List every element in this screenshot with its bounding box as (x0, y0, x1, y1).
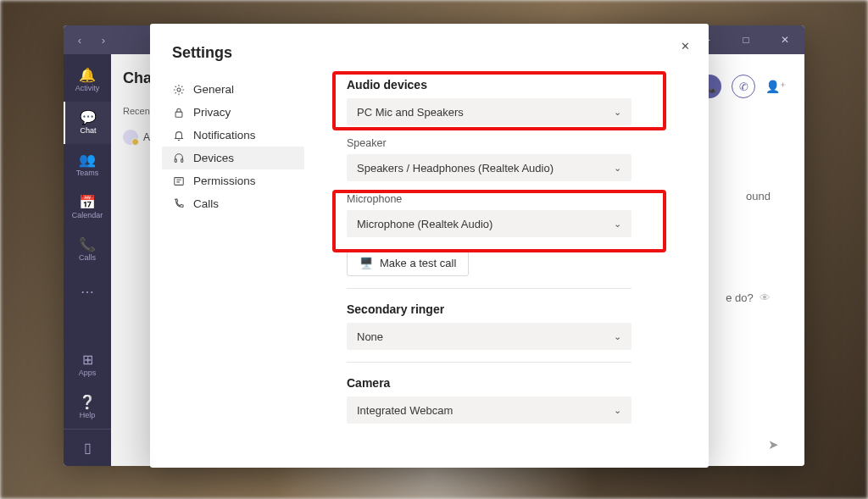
headset-icon (172, 152, 185, 164)
window-close-button[interactable]: ✕ (765, 25, 804, 54)
rail-label: Apps (79, 369, 97, 377)
chevron-down-icon: ⌄ (614, 163, 621, 174)
lock-icon (172, 106, 185, 119)
chevron-down-icon: ⌄ (614, 331, 621, 342)
send-icon[interactable]: ➤ (768, 437, 779, 452)
test-call-icon: 🖥️ (359, 257, 373, 269)
window-maximize-button[interactable]: □ (726, 25, 765, 54)
secondary-ringer-label: Secondary ringer (347, 302, 676, 316)
nav-label: Privacy (193, 106, 231, 119)
rail-teams[interactable]: 👥 Teams (64, 144, 111, 186)
svg-rect-4 (174, 177, 183, 185)
nav-label: Notifications (193, 129, 256, 141)
secondary-ringer-select[interactable]: None ⌄ (347, 323, 632, 350)
chat-list-item-label: A (143, 131, 150, 143)
rail-label: Calls (79, 253, 96, 262)
microphone-select[interactable]: Microphone (Realtek Audio) ⌄ (347, 210, 632, 237)
participants-icon[interactable]: 👤⁺ (765, 80, 786, 93)
nav-label: Calls (193, 197, 219, 210)
settings-title: Settings (172, 44, 232, 62)
bell-icon (172, 129, 185, 141)
audio-call-button[interactable]: ✆ (732, 75, 755, 98)
background-text: e do? 👁 (726, 291, 771, 304)
nav-label: General (193, 83, 234, 96)
select-value: Speakers / Headphones (Realtek Audio) (357, 162, 554, 175)
background-text: ound (746, 190, 771, 202)
rail-calls[interactable]: 📞 Calls (64, 229, 111, 271)
settings-nav-permissions[interactable]: Permissions (162, 169, 304, 192)
back-button[interactable]: ‹ (70, 30, 89, 49)
microphone-label: Microphone (347, 193, 676, 205)
select-value: Microphone (Realtek Audio) (357, 218, 492, 230)
select-value: None (357, 330, 383, 343)
settings-nav: General Privacy Notifications Devices Pe… (162, 78, 304, 215)
nav-label: Permissions (193, 175, 256, 187)
nav-label: Devices (193, 152, 234, 164)
avatar (123, 130, 138, 145)
rail-help[interactable]: ❔ Help (64, 386, 111, 429)
audio-devices-label: Audio devices (347, 78, 676, 91)
rail-label: Activity (75, 84, 100, 92)
left-rail: 🔔 Activity 💬 Chat 👥 Teams 📅 Calendar 📞 C… (64, 54, 111, 466)
settings-modal: ✕ Settings General Privacy Notifications… (150, 24, 709, 468)
rail-label: Help (80, 411, 96, 419)
speaker-select[interactable]: Speakers / Headphones (Realtek Audio) ⌄ (347, 154, 632, 181)
settings-nav-privacy[interactable]: Privacy (162, 101, 304, 124)
forward-button[interactable]: › (94, 30, 113, 49)
rail-apps[interactable]: ⊞ Apps (64, 344, 111, 386)
people-icon: 👥 (79, 153, 96, 167)
chevron-down-icon: ⌄ (614, 219, 621, 230)
key-icon (172, 175, 185, 187)
rail-label: Calendar (72, 211, 103, 219)
chat-icon: 💬 (80, 111, 97, 125)
settings-nav-general[interactable]: General (162, 78, 304, 101)
phone-icon (172, 197, 185, 210)
svg-point-0 (176, 87, 180, 91)
close-icon: ✕ (681, 40, 690, 53)
svg-rect-1 (175, 112, 182, 117)
select-value: Integrated Webcam (357, 404, 453, 417)
rail-more[interactable]: ⋯ (64, 271, 111, 313)
rail-device[interactable]: ▯ (64, 429, 111, 466)
rail-activity[interactable]: 🔔 Activity (64, 59, 111, 102)
microphone-field: Microphone Microphone (Realtek Audio) ⌄ (347, 193, 676, 237)
rail-label: Teams (76, 169, 99, 177)
camera-label: Camera (347, 376, 676, 390)
rail-calendar[interactable]: 📅 Calendar (64, 186, 111, 229)
more-icon: ⋯ (81, 286, 94, 299)
settings-nav-devices[interactable]: Devices (162, 147, 304, 169)
rail-label: Chat (80, 126, 96, 135)
speaker-field: Speaker Speakers / Headphones (Realtek A… (347, 137, 676, 181)
select-value: PC Mic and Speakers (357, 106, 464, 119)
eye-icon: 👁 (760, 291, 771, 304)
audio-devices-select[interactable]: PC Mic and Speakers ⌄ (347, 98, 632, 125)
settings-content: Audio devices PC Mic and Speakers ⌄ Spea… (347, 78, 676, 468)
settings-nav-notifications[interactable]: Notifications (162, 124, 304, 147)
close-button[interactable]: ✕ (675, 36, 695, 56)
speaker-label: Speaker (347, 137, 676, 149)
phone-icon: 📞 (79, 238, 96, 252)
svg-rect-3 (181, 158, 182, 162)
help-icon: ❔ (79, 396, 96, 409)
gear-icon (172, 83, 185, 96)
bell-icon: 🔔 (79, 69, 96, 82)
svg-rect-2 (175, 158, 176, 162)
settings-nav-calls[interactable]: Calls (162, 192, 304, 215)
device-icon: ▯ (84, 440, 92, 456)
rail-chat[interactable]: 💬 Chat (64, 102, 111, 144)
apps-icon: ⊞ (82, 353, 93, 367)
make-test-call-button[interactable]: 🖥️ Make a test call (347, 249, 469, 276)
secondary-ringer-field: Secondary ringer None ⌄ (347, 302, 676, 350)
camera-field: Camera Integrated Webcam ⌄ (347, 376, 676, 424)
calendar-icon: 📅 (79, 196, 96, 209)
camera-select[interactable]: Integrated Webcam ⌄ (347, 396, 632, 424)
button-label: Make a test call (380, 257, 456, 269)
chevron-down-icon: ⌄ (614, 405, 621, 416)
nav-arrows: ‹ › (70, 25, 113, 54)
separator (347, 362, 632, 363)
chevron-down-icon: ⌄ (614, 107, 621, 118)
audio-devices-field: Audio devices PC Mic and Speakers ⌄ (347, 78, 676, 125)
separator (347, 288, 632, 289)
